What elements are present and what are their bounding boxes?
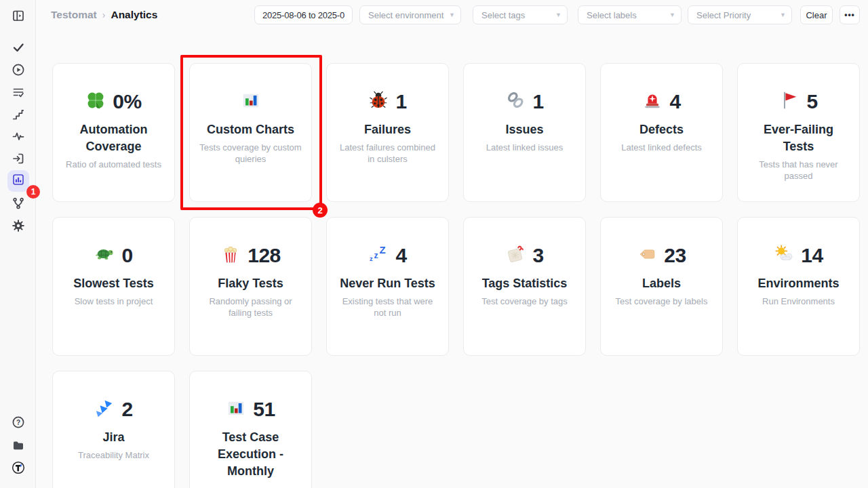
card-subtitle: Slow tests in project <box>62 296 166 307</box>
turtle-icon <box>94 244 115 267</box>
card-value: 0% <box>113 90 141 113</box>
card-title: Custom Charts <box>203 121 299 138</box>
card-value: 1 <box>532 90 543 113</box>
play-circle-icon[interactable] <box>12 63 25 77</box>
testomat-logo-icon[interactable] <box>12 461 25 474</box>
annotation-step-badge: 2 <box>313 203 328 218</box>
name-badge-icon <box>505 244 526 267</box>
card-value: 3 <box>532 244 543 267</box>
header: Testomat › Analytics 2025-08-06 to 2025-… <box>36 0 868 31</box>
environment-select-placeholder: Select environment <box>368 10 443 20</box>
sun-cloud-icon <box>774 244 794 267</box>
card-value: 4 <box>669 90 680 113</box>
help-icon[interactable]: ? <box>12 415 25 429</box>
clover-icon <box>85 90 106 113</box>
flag-icon <box>779 90 800 113</box>
bar-chart-emoji-icon <box>226 398 246 421</box>
card-subtitle: Tests that has never passed <box>747 159 851 182</box>
priority-select-placeholder: Select Priority <box>696 10 751 20</box>
card-subtitle: Ratio of automated tests <box>62 159 166 170</box>
priority-select[interactable]: Select Priority ▼ <box>688 5 792 24</box>
date-range-input[interactable]: 2025-08-06 to 2025-0 <box>254 5 353 24</box>
sign-in-icon[interactable] <box>12 152 25 165</box>
card-failures[interactable]: 1 Failures Latest failures combined in c… <box>326 63 449 202</box>
bar-chart-emoji-icon <box>241 90 261 113</box>
chevron-down-icon: ▼ <box>449 12 455 18</box>
list-check-icon[interactable] <box>12 85 25 99</box>
breadcrumb-project[interactable]: Testomat <box>51 9 97 21</box>
card-title: Ever-Failing Tests <box>751 121 847 155</box>
tags-select[interactable]: Select tags ▼ <box>473 5 568 24</box>
card-automation-coverage[interactable]: 0% Automation Coverage Ratio of automate… <box>52 63 175 202</box>
analytics-bar-chart-icon <box>12 173 25 189</box>
gear-icon[interactable] <box>12 219 25 232</box>
svg-text:z: z <box>374 251 378 260</box>
sidebar-item-analytics[interactable] <box>7 170 29 192</box>
folder-icon[interactable] <box>12 439 25 452</box>
clear-button[interactable]: Clear <box>800 5 833 24</box>
environment-select[interactable]: Select environment ▼ <box>359 5 461 24</box>
card-environments[interactable]: 14 Environments Run Environments <box>737 217 860 356</box>
card-value: 51 <box>253 398 275 421</box>
branch-icon[interactable] <box>12 197 25 210</box>
label-tag-icon <box>637 244 657 267</box>
card-custom-charts[interactable]: Custom Charts Tests coverage by custom q… <box>189 63 312 202</box>
card-issues[interactable]: 1 Issues Latest linked issues <box>463 63 586 202</box>
card-flaky-tests[interactable]: 128 Flaky Tests Randomly passing or fail… <box>189 217 312 356</box>
ladybug-icon <box>368 90 389 113</box>
card-subtitle: Traceability Matrix <box>62 449 166 461</box>
card-value: 5 <box>806 90 817 113</box>
labels-select-placeholder: Select labels <box>587 10 637 20</box>
panel-toggle-icon[interactable] <box>12 9 25 22</box>
card-subtitle: Randomly passing or failing tests <box>199 296 303 319</box>
card-title: Slowest Tests <box>66 275 162 292</box>
card-never-run-tests[interactable]: zzZ 4 Never Run Tests Existing tests tha… <box>326 217 449 356</box>
zzz-icon: zzZ <box>368 244 389 267</box>
steps-icon[interactable] <box>12 108 25 121</box>
sidebar-step-badge: 1 <box>26 185 40 199</box>
tags-select-placeholder: Select tags <box>481 10 525 20</box>
card-title: Issues <box>477 121 573 138</box>
card-title: Automation Coverage <box>66 121 162 155</box>
card-value: 128 <box>248 244 281 267</box>
card-title: Never Run Tests <box>340 275 436 292</box>
card-value: 2 <box>121 398 132 421</box>
card-title: Environments <box>751 275 847 292</box>
jira-icon <box>94 398 115 421</box>
pulse-icon[interactable] <box>12 129 25 143</box>
card-subtitle: Test coverage by tags <box>473 296 577 307</box>
card-title: Test Case Execution - Monthly <box>203 429 299 480</box>
card-ever-failing-tests[interactable]: 5 Ever-Failing Tests Tests that has neve… <box>737 63 860 202</box>
labels-select[interactable]: Select labels ▼ <box>578 5 682 24</box>
card-title: Jira <box>66 429 162 446</box>
chevron-down-icon: ▼ <box>555 12 561 18</box>
card-title: Failures <box>340 121 436 138</box>
card-value: 0 <box>121 244 132 267</box>
card-labels[interactable]: 23 Labels Test coverage by labels <box>600 217 723 356</box>
card-value: 23 <box>664 244 686 267</box>
more-options-button[interactable]: ••• <box>840 5 860 24</box>
card-title: Flaky Tests <box>203 275 299 292</box>
card-subtitle: Latest linked issues <box>473 142 577 153</box>
link-icon <box>505 90 526 113</box>
card-subtitle: Latest linked defects <box>610 142 714 153</box>
card-subtitle: Tests coverage by custom quieries <box>199 142 303 165</box>
card-jira[interactable]: 2 Jira Traceability Matrix <box>52 371 175 488</box>
card-subtitle: Run Environments <box>747 296 851 307</box>
check-icon[interactable] <box>12 41 25 54</box>
card-test-case-execution-monthly[interactable]: 51 Test Case Execution - Monthly <box>189 371 312 488</box>
popcorn-icon <box>220 244 241 267</box>
card-subtitle: Latest failures combined in culsters <box>336 142 440 165</box>
card-defects[interactable]: 4 Defects Latest linked defects <box>600 63 723 202</box>
card-slowest-tests[interactable]: 0 Slowest Tests Slow tests in project <box>52 217 175 356</box>
card-tags-statistics[interactable]: 3 Tags Statistics Test coverage by tags <box>463 217 586 356</box>
svg-text:z: z <box>370 256 373 262</box>
sidebar: 1 ? <box>0 0 36 488</box>
breadcrumb-separator: › <box>102 9 106 20</box>
breadcrumb: Testomat › Analytics <box>51 9 157 21</box>
card-subtitle: Existing tests that were not run <box>336 296 440 319</box>
card-title: Labels <box>614 275 710 292</box>
svg-text:?: ? <box>16 419 20 426</box>
page-title: Analytics <box>111 9 157 21</box>
card-value: 1 <box>395 90 406 113</box>
